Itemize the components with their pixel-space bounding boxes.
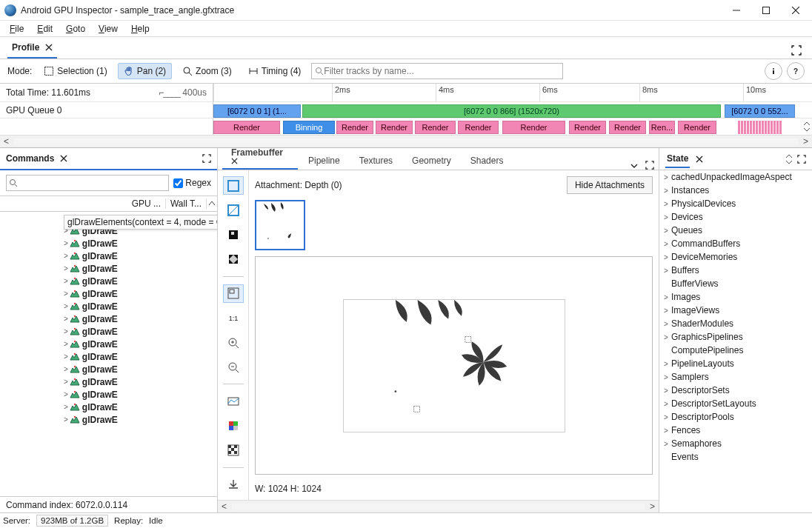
fb-zoom-out-icon[interactable] bbox=[223, 358, 244, 376]
state-item[interactable]: >Images bbox=[659, 290, 812, 304]
tab-shaders[interactable]: Shaders bbox=[462, 152, 513, 170]
chevron-right-icon[interactable]: > bbox=[64, 327, 68, 335]
command-row[interactable]: >glDrawE bbox=[0, 413, 217, 426]
chevron-right-icon[interactable]: > bbox=[64, 390, 68, 398]
command-row[interactable]: >glDrawE bbox=[0, 350, 217, 363]
chevron-right-icon[interactable]: > bbox=[64, 264, 68, 273]
chevron-right-icon[interactable]: > bbox=[664, 333, 671, 341]
chevron-right-icon[interactable]: > bbox=[664, 240, 671, 248]
state-item[interactable]: >DescriptorSets bbox=[659, 384, 812, 397]
timeline-queue-bars[interactable]: [6072 0 0 1] (1... [6072 0 0 866] (1520x… bbox=[213, 102, 812, 118]
center-scrollbar[interactable]: < > bbox=[218, 500, 659, 512]
state-item[interactable]: ComputePipelines bbox=[659, 344, 812, 357]
sort-icon[interactable] bbox=[207, 201, 217, 207]
fb-thumbnail[interactable] bbox=[255, 200, 305, 250]
fb-view-stencil[interactable] bbox=[223, 250, 244, 269]
timeline-seg[interactable]: Render bbox=[609, 121, 646, 134]
close-icon[interactable] bbox=[696, 156, 703, 163]
menu-file[interactable]: File bbox=[3, 22, 30, 36]
command-row[interactable]: >glDrawE bbox=[0, 313, 217, 325]
state-item[interactable]: >Samplers bbox=[659, 370, 812, 384]
state-tree[interactable]: >cachedUnpackedImageAspect>Instances>Phy… bbox=[659, 170, 812, 512]
timeline-render-bars[interactable]: Render Binning Render Render Render Rend… bbox=[213, 118, 812, 135]
state-item[interactable]: >ShaderModules bbox=[659, 317, 812, 330]
chevron-right-icon[interactable]: > bbox=[64, 290, 68, 298]
timeline-seg[interactable]: Ren... bbox=[649, 121, 675, 134]
hide-attachments-button[interactable]: Hide Attachments bbox=[567, 176, 653, 194]
tab-pipeline[interactable]: Pipeline bbox=[299, 152, 349, 170]
command-row[interactable]: >glDrawE bbox=[0, 401, 217, 413]
chevron-right-icon[interactable]: > bbox=[64, 252, 68, 260]
collapse-icon[interactable] bbox=[803, 121, 811, 132]
menu-view[interactable]: View bbox=[92, 22, 124, 36]
timeline-seg[interactable]: Binning bbox=[283, 121, 335, 134]
timeline-seg[interactable]: Render bbox=[213, 121, 280, 134]
command-row[interactable]: >glDrawE bbox=[0, 287, 217, 300]
command-row[interactable]: >glDrawE bbox=[0, 262, 217, 275]
state-item[interactable]: >GraphicsPipelines bbox=[659, 330, 812, 344]
scroll-right-icon[interactable]: > bbox=[799, 136, 812, 147]
chevron-right-icon[interactable]: > bbox=[664, 387, 671, 395]
command-row[interactable]: >glDrawE bbox=[0, 275, 217, 287]
command-row[interactable]: >glDrawE bbox=[0, 363, 217, 375]
expand-collapse-icon[interactable] bbox=[785, 154, 793, 164]
timeline-seg[interactable]: [6072 0 0 866] (1520x720) bbox=[302, 104, 721, 118]
command-row[interactable]: >glDrawE bbox=[0, 388, 217, 401]
maximize-panel-icon[interactable] bbox=[797, 155, 806, 164]
chevron-right-icon[interactable]: > bbox=[64, 403, 68, 411]
command-row[interactable]: >glDrawE bbox=[0, 338, 217, 350]
profile-tab[interactable]: Profile bbox=[7, 39, 57, 59]
regex-toggle[interactable]: Regex bbox=[173, 178, 211, 188]
chevron-right-icon[interactable]: > bbox=[64, 415, 68, 424]
chevron-right-icon[interactable]: > bbox=[664, 200, 671, 208]
state-item[interactable]: >DescriptorPools bbox=[659, 410, 812, 424]
chevron-right-icon[interactable]: > bbox=[664, 267, 671, 275]
chevron-right-icon[interactable]: > bbox=[664, 440, 671, 448]
mode-zoom[interactable]: Zoom (3) bbox=[176, 63, 238, 79]
timeline-seg[interactable]: [6072 0 0 552... bbox=[725, 104, 795, 118]
chevron-right-icon[interactable]: > bbox=[64, 365, 68, 373]
commands-col-gpu[interactable]: GPU ... bbox=[127, 198, 166, 209]
commands-col-wall[interactable]: Wall T... bbox=[166, 198, 207, 209]
mode-timing[interactable]: Timing (4) bbox=[242, 63, 307, 79]
state-item[interactable]: >CommandBuffers bbox=[659, 237, 812, 250]
state-item[interactable]: >PipelineLayouts bbox=[659, 357, 812, 370]
chevron-right-icon[interactable]: > bbox=[64, 315, 68, 323]
window-close[interactable] bbox=[781, 0, 811, 21]
command-row[interactable]: >glDrawE bbox=[0, 375, 217, 388]
fb-fit-icon[interactable] bbox=[223, 284, 244, 303]
info-button[interactable] bbox=[765, 62, 782, 80]
fb-actual-icon[interactable]: 1:1 bbox=[223, 309, 244, 327]
command-row[interactable]: >glDrawE bbox=[0, 300, 217, 313]
chevron-right-icon[interactable]: > bbox=[64, 302, 68, 310]
window-maximize[interactable] bbox=[751, 0, 781, 21]
timeline-seg[interactable]: [6072 0 0 1] (1... bbox=[213, 104, 301, 118]
maximize-panel-icon[interactable] bbox=[645, 161, 654, 170]
maximize-panel-icon[interactable] bbox=[788, 42, 805, 59]
menu-goto[interactable]: Goto bbox=[59, 22, 92, 36]
close-icon[interactable] bbox=[45, 44, 53, 51]
close-icon[interactable] bbox=[231, 158, 289, 164]
fb-view-overlay[interactable] bbox=[223, 225, 244, 244]
menu-edit[interactable]: Edit bbox=[30, 22, 59, 36]
command-row[interactable]: >glDrawE bbox=[0, 325, 217, 338]
timeline-seg[interactable]: Render bbox=[336, 121, 373, 134]
chevron-right-icon[interactable]: > bbox=[664, 400, 671, 408]
command-row[interactable]: >glDrawE bbox=[0, 237, 217, 250]
chevron-right-icon[interactable]: > bbox=[664, 307, 671, 315]
state-item[interactable]: >Fences bbox=[659, 424, 812, 437]
fb-view-depth[interactable] bbox=[223, 201, 244, 219]
menu-help[interactable]: Help bbox=[124, 22, 156, 36]
mode-selection[interactable]: Selection (1) bbox=[38, 63, 113, 79]
mode-pan[interactable]: Pan (2) bbox=[118, 63, 172, 79]
chevron-right-icon[interactable]: > bbox=[664, 320, 671, 328]
commands-list[interactable]: glDrawElements(context = 4, mode = GL_TR… bbox=[0, 212, 217, 496]
track-filter-input[interactable] bbox=[311, 63, 563, 79]
timeline-axis[interactable]: 2ms 4ms 6ms 8ms 10ms bbox=[213, 84, 812, 101]
state-item[interactable]: >PhysicalDevices bbox=[659, 197, 812, 210]
state-item[interactable]: BufferViews bbox=[659, 277, 812, 290]
fb-checker-icon[interactable] bbox=[223, 441, 244, 460]
chevron-right-icon[interactable]: > bbox=[664, 360, 671, 368]
fb-histogram-icon[interactable] bbox=[223, 392, 244, 410]
chevron-right-icon[interactable]: > bbox=[664, 253, 671, 261]
